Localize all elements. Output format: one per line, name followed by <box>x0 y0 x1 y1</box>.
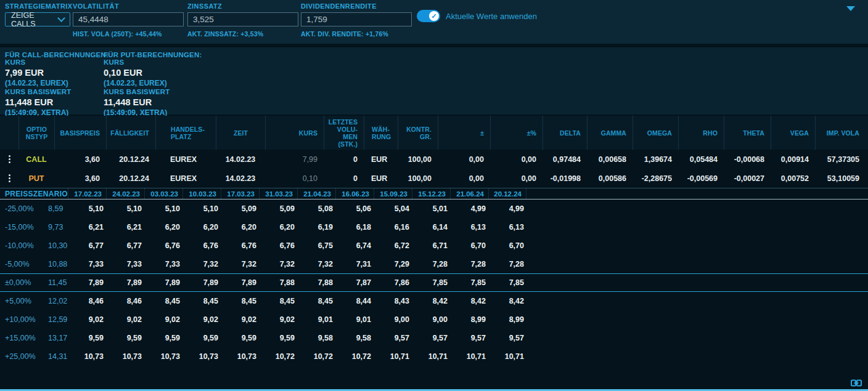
scenario-cell: 7,33 <box>106 260 144 268</box>
scenario-base-price: 12,59 <box>44 315 68 324</box>
scenario-cell: 6,77 <box>106 241 144 250</box>
column-header-text: BASISPREIS <box>55 129 100 137</box>
option-cell: 14.02.23 <box>216 155 265 164</box>
column-header-text: WÄH- RUNG <box>372 126 398 140</box>
dividend-field: DIVIDENDENRENDITE AKT. DIV. RENDITE: +1,… <box>301 2 412 38</box>
kebab-menu-icon[interactable] <box>0 155 18 163</box>
option-cell: -0,01998 <box>542 174 587 183</box>
scenario-row: +15,00%13,179,599,599,599,599,599,599,58… <box>0 329 868 347</box>
interest-input[interactable] <box>187 12 298 26</box>
scenario-cell: 5,10 <box>106 204 144 213</box>
scenario-cell: 6,70 <box>488 241 526 250</box>
strategy-select-value: ZEIGE CALLS <box>11 11 55 28</box>
column-header: ±% <box>490 116 542 150</box>
scenario-cell: 6,74 <box>335 241 374 250</box>
toolbar: STRATEGIEMATRIX ZEIGE CALLS VOLATILITÄT … <box>0 0 868 44</box>
scenario-cell: 8,44 <box>335 297 374 305</box>
scenario-header: PREISSZENARIO 17.02.2324.02.2303.03.2310… <box>0 188 868 200</box>
scenario-cell: 8,45 <box>182 297 221 305</box>
put-info: FÜR PUT-BERECHNUNGEN: KURS 0,10 EUR (14.… <box>104 51 202 118</box>
scenario-cell: 7,89 <box>68 278 106 287</box>
scenario-cell: 7,85 <box>488 278 526 287</box>
volatility-input[interactable] <box>73 12 184 26</box>
scenario-cell: 6,76 <box>259 241 297 250</box>
scenario-cell: 9,59 <box>259 334 297 342</box>
scenario-cell: 7,31 <box>335 260 374 268</box>
column-header: OPTIO NSTYP <box>18 116 54 150</box>
scenario-row: ±0,00%11,457,897,897,897,897,897,887,887… <box>0 273 868 292</box>
scenario-percent: +5,00% <box>0 297 44 305</box>
collapse-panel-arrow-icon[interactable] <box>846 6 855 11</box>
column-header-text: ±% <box>491 129 536 137</box>
scenario-date: 15.12.23 <box>412 188 450 199</box>
scenario-cell: 10,71 <box>374 352 412 361</box>
column-header: VEGA <box>771 116 815 150</box>
option-type-cell: CALL <box>18 155 54 164</box>
scenario-row: -25,00%8,595,105,105,105,105,095,095,085… <box>0 200 868 218</box>
apply-toggle[interactable]: ✓ <box>417 10 440 22</box>
scenario-cell: 9,57 <box>374 334 412 342</box>
scenario-cell: 7,32 <box>182 260 221 268</box>
option-row-call[interactable]: CALL3,6020.12.24EUREX14.02.237,990EUR100… <box>0 150 868 169</box>
scenario-base-price: 13,17 <box>44 334 68 342</box>
options-table-body: CALL3,6020.12.24EUREX14.02.237,990EUR100… <box>0 150 868 188</box>
scenario-cell: 4,99 <box>450 204 488 213</box>
option-cell: 100,00 <box>398 174 438 183</box>
call-info-title: FÜR CALL-BERECHNUNGEN: <box>5 51 108 58</box>
option-cell: 0,10 <box>265 174 324 183</box>
dividend-input[interactable] <box>301 12 412 26</box>
scenario-cell: 5,01 <box>412 204 450 213</box>
scenario-cell: 7,89 <box>182 278 221 287</box>
scenario-cell: 6,72 <box>374 241 412 250</box>
volatility-label: VOLATILITÄT <box>73 2 184 10</box>
scenario-cell: 5,06 <box>335 204 374 213</box>
option-cell: 7,99 <box>265 155 324 164</box>
scenario-cell: 6,21 <box>68 223 106 232</box>
column-header: KONTR. GR. <box>398 116 438 150</box>
option-cell: EUREX <box>155 174 216 183</box>
column-header-text: RHO <box>679 129 718 137</box>
scenario-cell: 6,13 <box>488 223 526 232</box>
column-header: ZEIT <box>216 116 265 150</box>
scenario-cell: 6,16 <box>374 223 412 232</box>
column-header-text: ± <box>438 129 484 137</box>
column-header-text: OPTIO NSTYP <box>19 126 54 140</box>
scenario-cell: 5,09 <box>259 204 297 213</box>
link-icon[interactable] <box>851 379 862 387</box>
scenario-cell: 10,73 <box>221 352 259 361</box>
scenario-cell: 7,85 <box>450 278 488 287</box>
scenario-base-price: 14,31 <box>44 352 68 361</box>
scenario-cell: 9,57 <box>450 334 488 342</box>
interest-hint: AKT. ZINSSATZ: +3,53% <box>187 30 298 38</box>
option-row-put[interactable]: PUT3,6020.12.24EUREX14.02.230,100EUR100,… <box>0 169 868 188</box>
column-header-text: THETA <box>724 129 764 137</box>
strategy-select[interactable]: ZEIGE CALLS <box>5 12 70 26</box>
scenario-row: -5,00%10,887,337,337,337,327,327,327,327… <box>0 255 868 273</box>
option-cell: EUR <box>364 174 398 183</box>
option-cell: 1,39674 <box>633 155 678 164</box>
scenario-cell: 8,43 <box>374 297 412 305</box>
option-cell: 0,00 <box>438 155 490 164</box>
scenario-row: +10,00%12,599,029,029,029,029,029,029,01… <box>0 310 868 329</box>
column-header-text: GAMMA <box>588 129 626 137</box>
option-cell: 0,00658 <box>587 155 633 164</box>
scenario-row: +25,00%14,3110,7310,7310,7310,7310,7310,… <box>0 347 868 366</box>
column-header-text: ZEIT <box>216 129 265 137</box>
scenario-cell: 7,32 <box>221 260 259 268</box>
scenario-cell: 9,58 <box>335 334 374 342</box>
column-header-text: VEGA <box>771 129 809 137</box>
scenario-percent: -25,00% <box>0 204 44 213</box>
scenario-date: 20.12.24 <box>488 188 526 199</box>
scenario-cell: 6,76 <box>144 241 182 250</box>
column-header: KURS <box>265 116 324 150</box>
scenario-cell: 7,28 <box>488 260 526 268</box>
scenario-cell: 8,45 <box>259 297 297 305</box>
put-underlying-label: KURS BASISWERT <box>104 88 202 95</box>
calculation-info-panel: FÜR CALL-BERECHNUNGEN: KURS 7,99 EUR (14… <box>0 47 868 115</box>
scenario-cell: 8,46 <box>106 297 144 305</box>
scenario-cell: 6,75 <box>297 241 335 250</box>
scenario-cell: 7,88 <box>259 278 297 287</box>
dividend-label: DIVIDENDENRENDITE <box>301 2 412 10</box>
column-header-text: FÄLLIGKEIT <box>107 129 149 137</box>
kebab-menu-icon[interactable] <box>0 174 18 182</box>
